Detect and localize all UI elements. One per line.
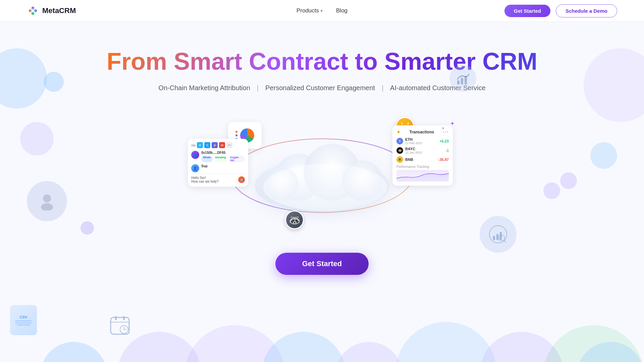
eth-icon: Ξ [396,138,403,144]
svg-point-31 [120,325,128,334]
eth-name: ETH [405,137,422,141]
svg-point-26 [231,139,413,213]
bottom-blob-5 [335,342,402,362]
calendar-icon-container [107,312,134,339]
greeting: Hello Ser! [191,176,219,180]
tx-row-bayc: 🐵 BAYC 12 Jan 2023 -1 [396,147,449,154]
bottom-circles-row: CSV [0,298,644,362]
bg-circle-small-left [80,221,94,235]
bar-chart-icon [455,71,471,86]
subtitle-item-2: Personalized Customer Engagement [265,84,375,92]
nav-links: Products ▾ Blog [297,7,347,14]
bnb-name: BNB [405,158,413,162]
chat-address: 0x150b.....DF65 [201,151,245,155]
tx-coin-bnb-info: BNB [405,158,413,162]
bottom-blob-1 [40,342,107,362]
calendar-icon [109,313,132,337]
chat-message-2: 👤 Sup [191,164,245,172]
transactions-header: ✦ Transactions ··· [396,129,449,135]
bg-circle-2 [20,122,54,156]
telegram-icon: ✈ [197,142,203,148]
svg-rect-12 [493,236,495,240]
chat-reply-area: Hello Ser! How can we help? 🤖 [191,174,245,183]
bayc-icon: 🐵 [396,147,403,154]
tag-sending: Sending [214,156,228,162]
discord-icon: ⚡ [212,142,218,148]
svg-rect-18 [461,78,463,84]
dot-2 [235,134,237,136]
chat-content-1: 0x150b.....DF65 Whale Sending Crypto OG [201,151,245,162]
bg-bubble-right [543,182,560,199]
bg-circle-3 [44,72,64,92]
transactions-title: Transactions [409,130,434,134]
logo-text: MetaCRM [42,6,76,15]
nav-item-blog[interactable]: Blog [336,7,347,14]
chat-message-1: 👤 0x150b.....DF65 Whale Sending Crypto O… [191,151,245,162]
bottom-blob-7 [480,332,564,362]
chevron-down-icon: ▾ [321,9,323,13]
via-label: via [191,143,196,147]
bnb-value: -35.87 [438,158,449,162]
logo[interactable]: MetaCRM [27,5,76,17]
sparkle-top: ✦ [450,120,454,127]
schedule-demo-button[interactable]: Schedule a Demo [556,4,617,17]
user-avatar-large [27,181,67,221]
bg-circle-5 [590,142,617,169]
bg-circle-4 [584,48,644,122]
bg-circle-1 [0,48,47,109]
chat-avatar-1: 👤 [191,151,199,159]
dot-1 [235,131,237,133]
bayc-date: 12 Jan 2023 [405,151,422,154]
performance-chart [396,170,449,182]
chat-avatar-2: 👤 [191,164,199,172]
svg-rect-29 [115,316,117,320]
bottom-blob-2 [117,332,201,362]
svg-rect-14 [500,232,502,240]
nav-item-products[interactable]: Products ▾ [297,7,323,14]
chart-bubble-right [449,65,476,92]
bayc-name: BAYC [405,147,422,151]
csv-file-icon: CSV [10,305,37,335]
cloud-illustration: 🐱 🤖 🦝 via ✈ 𝕏 ⚡ ✉ ••• 👤 0x150b.....DF65 [171,112,473,239]
nav-actions: Get Started Schedule a Demo [504,4,617,17]
bottom-blob-9 [577,342,644,362]
bayc-value: -1 [445,148,449,153]
user-icon [38,192,56,210]
sparkle-icon: ✦ [396,129,400,135]
help-question: How can we help? [191,180,219,183]
bottom-blob-3 [184,325,285,362]
analytics-icon-container [480,216,517,253]
tx-coin-eth-info: ETH 12 Feb 2023 [405,137,422,145]
svg-rect-27 [111,317,129,334]
separator-1: | [257,84,259,92]
tx-row-bnb: B BNB -35.87 [396,156,449,163]
hero-section: From Smart Contract to Smarter CRM On-Ch… [0,21,644,362]
sparkle-large: ✦ [450,121,454,126]
chat-bot-avatar: 🤖 [238,176,245,183]
navbar: MetaCRM Products ▾ Blog Get Started Sche… [0,0,644,21]
bottom-blob-8 [543,325,644,362]
get-started-button[interactable]: Get Started [504,5,550,17]
logo-icon [27,5,39,17]
twitter-icon: 𝕏 [204,142,210,148]
chat-sub-user: Sup [201,164,245,168]
tx-row-eth: Ξ ETH 12 Feb 2023 +5.23 [396,137,449,145]
svg-rect-13 [496,234,498,240]
sparkle-small-icon: ✦ [442,126,444,130]
hero-subtitle: On-Chain Marketing Attribution | Persona… [158,84,485,92]
chat-content-2: Sup [201,164,245,169]
sparkle-small: ✦ [442,125,444,131]
separator-2: | [382,84,383,92]
chat-card: via ✈ 𝕏 ⚡ ✉ ••• 👤 0x150b.....DF65 Whale … [188,139,248,187]
tx-coin-bayc: 🐵 BAYC 12 Jan 2023 [396,147,422,154]
hero-cta-button[interactable]: Get Started [275,253,369,275]
chat-tags: Whale Sending Crypto OG [201,156,245,162]
bnb-icon: B [396,156,403,163]
chat-reply-text: Hello Ser! How can we help? [191,176,219,183]
transactions-card: ✦ Transactions ··· Ξ ETH 12 Feb 2023 +5.… [392,125,453,186]
perf-label: Performance Tracking [396,165,449,169]
bottom-blob-4 [262,332,345,362]
email-icon: ✉ [219,142,225,148]
svg-rect-30 [123,316,125,320]
svg-rect-17 [457,80,460,84]
